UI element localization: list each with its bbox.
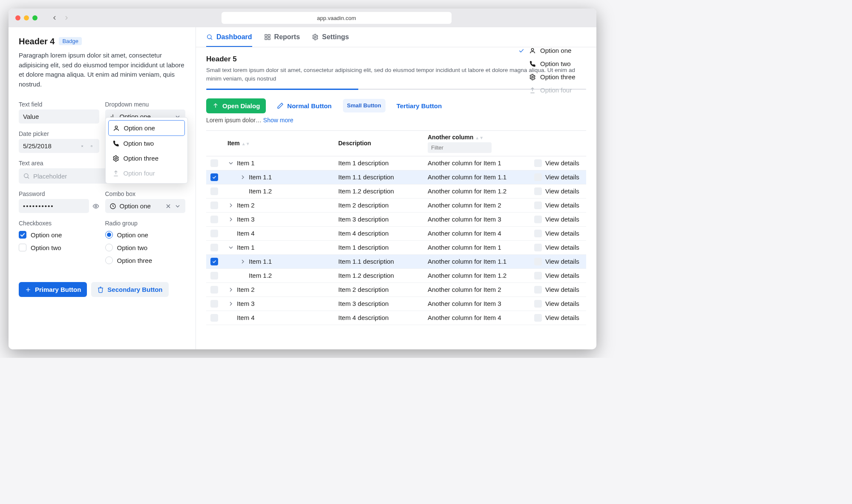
tree-toggle-icon[interactable] [227, 244, 234, 251]
combo-box[interactable]: Option one [105, 199, 186, 213]
tab-dashboard[interactable]: Dashboard [206, 33, 252, 47]
maximize-window[interactable] [32, 15, 37, 20]
row-checkbox[interactable] [210, 272, 218, 279]
option-two[interactable]: Option two [518, 60, 582, 67]
table-row[interactable]: Item 4Item 4 descriptionAnother column f… [206, 311, 586, 325]
table-row[interactable]: Item 2Item 2 descriptionAnother column f… [206, 199, 586, 213]
row-checkbox[interactable] [210, 159, 218, 167]
view-checkbox[interactable] [534, 216, 542, 223]
view-checkbox[interactable] [534, 314, 542, 322]
view-details-link[interactable]: View details [545, 216, 579, 223]
clear-icon[interactable] [79, 143, 86, 150]
radio-option-one[interactable]: Option one [105, 231, 186, 239]
option-one[interactable]: Option one [518, 47, 582, 54]
row-checkbox[interactable] [210, 202, 218, 209]
row-checkbox[interactable] [210, 230, 218, 237]
table-row[interactable]: Item 1.2Item 1.2 descriptionAnother colu… [206, 184, 586, 199]
row-checkbox[interactable] [210, 244, 218, 251]
close-window[interactable] [15, 15, 20, 20]
chevron-down-icon[interactable] [174, 203, 181, 210]
table-row[interactable]: Item 3Item 3 descriptionAnother column f… [206, 213, 586, 227]
filter-input[interactable] [428, 142, 492, 153]
tree-toggle-icon[interactable] [227, 300, 234, 307]
view-checkbox[interactable] [534, 159, 542, 167]
tree-toggle-icon[interactable] [239, 258, 246, 265]
tree-toggle-icon[interactable] [227, 286, 234, 293]
view-checkbox[interactable] [534, 300, 542, 308]
col-another[interactable]: Another column [428, 134, 473, 141]
radio-option-two[interactable]: Option two [105, 244, 186, 251]
table-row[interactable]: Item 4Item 4 descriptionAnother column f… [206, 227, 586, 241]
dropdown-option-one[interactable]: Option one [108, 120, 185, 136]
row-checkbox[interactable] [210, 216, 218, 223]
checkbox-option-two[interactable]: Option two [19, 244, 99, 251]
row-checkbox[interactable] [210, 173, 218, 181]
table-row[interactable]: Item 3Item 3 descriptionAnother column f… [206, 297, 586, 311]
table-row[interactable]: Item 1.1Item 1.1 descriptionAnother colu… [206, 255, 586, 269]
password-field[interactable]: •••••••••• [19, 199, 89, 213]
primary-button[interactable]: Primary Button [19, 282, 87, 297]
view-details-link[interactable]: View details [545, 230, 579, 237]
nav-back[interactable] [49, 13, 60, 23]
view-details-link[interactable]: View details [545, 300, 579, 307]
tree-toggle-icon[interactable] [239, 272, 246, 279]
dropdown-option-three[interactable]: Option three [108, 151, 185, 166]
tree-toggle-icon[interactable] [227, 230, 234, 237]
tree-toggle-icon[interactable] [239, 188, 246, 195]
table-row[interactable]: Item 1Item 1 descriptionAnother column f… [206, 156, 586, 170]
secondary-button[interactable]: Secondary Button [91, 282, 168, 297]
view-details-link[interactable]: View details [545, 314, 579, 321]
tree-toggle-icon[interactable] [227, 216, 234, 223]
tab-reports[interactable]: Reports [264, 33, 300, 47]
url-bar[interactable]: app.vaadin.com [222, 12, 452, 24]
view-details-link[interactable]: View details [545, 272, 579, 279]
radio-option-three[interactable]: Option three [105, 256, 186, 264]
tree-toggle-icon[interactable] [227, 160, 234, 167]
tree-toggle-icon[interactable] [239, 174, 246, 181]
row-checkbox[interactable] [210, 258, 218, 265]
view-checkbox[interactable] [534, 258, 542, 265]
tertiary-button[interactable]: Tertiary Button [391, 98, 448, 113]
col-description[interactable]: Description [338, 140, 428, 147]
tab-settings[interactable]: Settings [312, 33, 349, 47]
sort-icon[interactable]: ▲▼ [242, 141, 250, 146]
view-checkbox[interactable] [534, 272, 542, 279]
normal-button[interactable]: Normal Button [271, 98, 337, 113]
checkbox-option-one[interactable]: Option one [19, 231, 99, 239]
option-three[interactable]: Option three [518, 73, 582, 81]
view-details-link[interactable]: View details [545, 258, 579, 265]
tree-toggle-icon[interactable] [227, 314, 234, 321]
row-checkbox[interactable] [210, 286, 218, 294]
table-row[interactable]: Item 1Item 1 descriptionAnother column f… [206, 241, 586, 255]
table-row[interactable]: Item 1.1Item 1.1 descriptionAnother colu… [206, 170, 586, 184]
dropdown-option-two[interactable]: Option two [108, 136, 185, 151]
show-more-link[interactable]: Show more [263, 117, 294, 124]
small-button[interactable]: Small Button [343, 99, 386, 112]
view-checkbox[interactable] [534, 286, 542, 294]
view-details-link[interactable]: View details [545, 244, 579, 251]
tree-toggle-icon[interactable] [227, 202, 234, 209]
clear-icon[interactable] [165, 203, 172, 210]
view-checkbox[interactable] [534, 244, 542, 251]
open-dialog-button[interactable]: Open Dialog [206, 98, 266, 113]
row-checkbox[interactable] [210, 187, 218, 195]
nav-forward[interactable] [61, 13, 72, 23]
sort-icon[interactable]: ▲▼ [475, 135, 484, 140]
date-picker[interactable]: 5/25/2018 [19, 139, 99, 153]
view-checkbox[interactable] [534, 187, 542, 195]
row-checkbox[interactable] [210, 300, 218, 308]
view-details-link[interactable]: View details [545, 159, 579, 167]
table-row[interactable]: Item 1.2Item 1.2 descriptionAnother colu… [206, 269, 586, 283]
view-checkbox[interactable] [534, 230, 542, 237]
view-details-link[interactable]: View details [545, 187, 579, 195]
calendar-icon[interactable] [88, 143, 95, 150]
view-checkbox[interactable] [534, 173, 542, 181]
col-item[interactable]: Item [227, 140, 240, 147]
view-details-link[interactable]: View details [545, 202, 579, 209]
eye-icon[interactable] [92, 203, 99, 210]
minimize-window[interactable] [24, 15, 29, 20]
row-checkbox[interactable] [210, 314, 218, 322]
table-row[interactable]: Item 2Item 2 descriptionAnother column f… [206, 283, 586, 297]
view-details-link[interactable]: View details [545, 173, 579, 181]
view-checkbox[interactable] [534, 202, 542, 209]
